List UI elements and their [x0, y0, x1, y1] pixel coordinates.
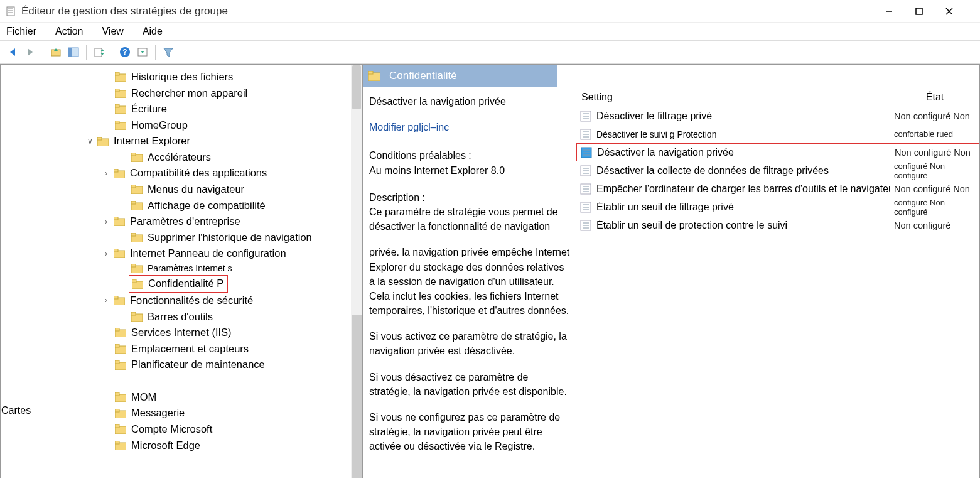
svg-marker-21: [164, 48, 173, 57]
svg-rect-25: [115, 89, 119, 92]
tree-item[interactable]: Confidentialité P: [1, 275, 362, 293]
folder-icon: [115, 409, 126, 418]
column-header-state[interactable]: État: [890, 92, 979, 103]
tree-item[interactable]: HomeGroup: [1, 117, 362, 134]
tree-item-label: Supprimer l'historique de navigation: [148, 230, 312, 246]
expand-icon[interactable]: ›: [101, 295, 111, 306]
svg-rect-67: [115, 441, 119, 444]
tree-item[interactable]: Barres d'outils: [1, 309, 362, 325]
splitter-scroll[interactable]: [352, 315, 363, 478]
tree-item[interactable]: Menus du navigateur: [1, 181, 362, 198]
tree-item[interactable]: Messagerie: [1, 405, 362, 421]
category-title: Confidentialité: [389, 70, 457, 82]
scroll-thumb[interactable]: [352, 65, 361, 109]
setting-state: Non configuré Non: [890, 184, 979, 194]
back-button[interactable]: [5, 45, 20, 60]
setting-label: Désactiver le suivi g Protection: [596, 129, 716, 139]
window-title: Éditeur de gestion des stratégies de gro…: [21, 5, 228, 18]
show-button[interactable]: [135, 45, 150, 60]
folder-icon: [131, 153, 143, 162]
setting-row[interactable]: Établir un seuil de filtrage privéconfig…: [576, 198, 979, 216]
close-button[interactable]: [945, 7, 975, 16]
tree-item[interactable]: MOM: [1, 389, 362, 406]
settings-list-column: Setting État Désactiver le filtrage priv…: [576, 87, 979, 454]
tree-item-label: Menus du navigateur: [148, 181, 244, 198]
tree-item[interactable]: Emplacement et capteurs: [1, 341, 362, 357]
expand-icon[interactable]: ›: [101, 168, 111, 180]
tree[interactable]: Historique des fichiersRechercher mon ap…: [1, 65, 362, 457]
tree-item[interactable]: Planificateur de maintenance: [1, 357, 362, 373]
tree-item[interactable]: ∨Internet Explorer: [1, 133, 362, 149]
setting-icon: [580, 202, 591, 213]
svg-rect-29: [115, 121, 119, 124]
list-headers[interactable]: Setting État: [576, 92, 979, 107]
folder-icon: [114, 217, 125, 226]
tree-item[interactable]: Accélérateurs: [1, 149, 362, 166]
menu-action[interactable]: Action: [55, 26, 83, 37]
tree-item[interactable]: Microsoft Edge: [1, 438, 362, 454]
column-header-setting[interactable]: Setting: [576, 92, 890, 103]
tree-item[interactable]: Historique des fichiers: [1, 69, 362, 85]
export-button[interactable]: [92, 45, 107, 60]
setting-row[interactable]: Désactiver le filtrage privéNon configur…: [576, 107, 979, 125]
tree-item[interactable]: ›Internet Panneau de configuration: [1, 246, 362, 262]
menubar: FichierActionViewAide: [0, 23, 980, 40]
folder-icon: [115, 89, 126, 98]
tree-item-label: Internet Explorer: [114, 133, 190, 149]
svg-rect-39: [131, 201, 136, 204]
expand-icon[interactable]: ›: [101, 248, 111, 260]
folder-icon: [115, 121, 126, 130]
setting-label: Désactiver le filtrage privé: [596, 111, 712, 122]
svg-rect-65: [115, 424, 119, 428]
edit-policy-link[interactable]: Modifier pgljcl–inc: [369, 120, 571, 134]
setting-icon: [580, 220, 591, 231]
tree-item[interactable]: Écriture: [1, 101, 362, 117]
prereq-value: Au moins Internet Explorer 8.0: [369, 163, 571, 178]
svg-rect-13: [68, 48, 72, 57]
menu-fichier[interactable]: Fichier: [6, 26, 36, 37]
category-header: Confidentialité: [363, 65, 557, 87]
orphan-label: Cartes: [1, 405, 31, 416]
svg-rect-14: [95, 48, 102, 57]
tree-item[interactable]: Compte Microsoft: [1, 421, 362, 438]
expand-icon[interactable]: ∨: [85, 136, 95, 148]
svg-rect-5: [916, 8, 922, 14]
tree-item-label: HomeGroup: [131, 117, 188, 134]
up-folder-button[interactable]: [48, 45, 63, 60]
tree-item-label: Accélérateurs: [148, 149, 211, 166]
tree-item-label: Paramètres d'entreprise: [130, 213, 240, 230]
tree-item[interactable]: Rechercher mon appareil: [1, 85, 362, 102]
filter-button[interactable]: [161, 45, 176, 60]
folder-icon: [114, 249, 125, 258]
desc-text: Ce paramètre de stratégie vous permet de…: [369, 205, 571, 234]
forward-button[interactable]: [23, 45, 38, 60]
setting-row[interactable]: Désactiver le suivi g Protectionconforta…: [576, 125, 979, 143]
tree-item[interactable]: ›Fonctionnalités de sécurité: [1, 293, 362, 309]
setting-row[interactable]: Établir un seuil de protection contre le…: [576, 216, 979, 234]
desc-text: Si vous désactivez ce paramètre de strat…: [369, 370, 571, 399]
tree-item[interactable]: ›Compatibilité des applications: [1, 165, 362, 181]
setting-row[interactable]: Empêcher l'ordinateur de charger les bar…: [576, 180, 979, 198]
setting-icon: [580, 183, 591, 195]
setting-state: Non configuré: [890, 220, 979, 230]
expand-icon[interactable]: ›: [101, 216, 111, 228]
setting-state: Non configuré Non: [890, 111, 979, 121]
minimize-button[interactable]: [885, 7, 915, 16]
setting-row[interactable]: Désactiver la navigation privéeNon confi…: [576, 143, 979, 161]
setting-state: configuré Non configuré: [890, 161, 979, 180]
tree-item[interactable]: Affichage de compatibilité: [1, 198, 362, 214]
maximize-button[interactable]: [915, 7, 945, 16]
menu-aide[interactable]: Aide: [143, 26, 163, 37]
folder-icon: [368, 71, 380, 81]
setting-label: Établir un seuil de protection contre le…: [596, 220, 787, 231]
folder-icon: [97, 137, 109, 146]
tree-item[interactable]: Services Internet (IIS): [1, 325, 362, 341]
setting-row[interactable]: Désactiver la collecte de données de fil…: [576, 161, 979, 180]
properties-button[interactable]: [66, 45, 81, 60]
selected-policy-name: Désactiver la navigation privée: [369, 94, 571, 109]
tree-item[interactable]: ›Paramètres d'entreprise: [1, 213, 362, 230]
tree-item[interactable]: Paramètres Internet s: [1, 262, 362, 276]
tree-item[interactable]: Supprimer l'historique de navigation: [1, 230, 362, 246]
menu-view[interactable]: View: [102, 26, 123, 37]
help-button[interactable]: ?: [117, 45, 132, 60]
